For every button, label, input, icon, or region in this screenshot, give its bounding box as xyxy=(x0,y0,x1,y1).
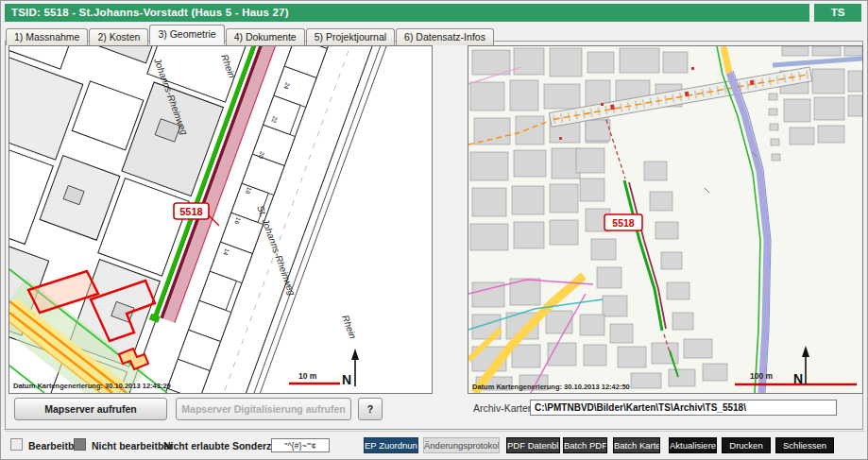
batch-karte-button[interactable]: Batch Karte xyxy=(613,437,660,453)
tab-projektjournal[interactable]: 5) Projektjournal xyxy=(306,28,395,45)
app-window: TSID: 5518 - St.Johanns-Vorstadt (Haus 5… xyxy=(0,0,868,460)
legend-not-editable-label: Nicht bearbeitbar xyxy=(92,440,173,451)
svg-text:N: N xyxy=(342,372,351,387)
feature-id-label: 5518 xyxy=(604,214,642,230)
archive-path-input[interactable] xyxy=(530,400,837,416)
aenderungsprotokoll-button[interactable]: Änderungsprotokoll xyxy=(423,437,500,453)
tab-strip: 1) Massnahme2) Kosten3) Geometrie4) Doku… xyxy=(6,25,495,42)
tab-geometrie[interactable]: 3) Geometrie xyxy=(149,25,224,44)
left-map: 24 22 20 18 16 14 xyxy=(9,45,433,394)
map-date-caption: Datum Kartengenerierung: 30.10.2013 12:4… xyxy=(13,382,171,390)
tab-dokumente[interactable]: 4) Dokumente xyxy=(226,28,305,45)
tab-datensatz-infos[interactable]: 6) Datensatz-Infos xyxy=(396,28,494,45)
svg-text:5518: 5518 xyxy=(179,206,202,217)
ep-zuordnung-button[interactable]: EP Zuordnung xyxy=(364,437,418,453)
title-bar: TSID: 5518 - St.Johanns-Vorstadt (Haus 5… xyxy=(5,4,809,22)
batch-pdf-button[interactable]: Batch PDF xyxy=(563,437,607,453)
archive-karten-label: Archiv-Karten: xyxy=(473,402,536,414)
ts-badge: TS xyxy=(814,4,861,22)
legend-not-editable-swatch xyxy=(74,438,86,451)
help-button[interactable]: ? xyxy=(358,398,383,420)
svg-text:10 m: 10 m xyxy=(298,371,317,381)
window-title: TSID: 5518 - St.Johanns-Vorstadt (Haus 5… xyxy=(11,7,289,18)
map-date-caption: Datum Kartengenerierung: 30.10.2013 12:4… xyxy=(472,383,630,391)
feature-id-label: 5518 xyxy=(174,203,209,219)
pdf-datenblatt-button[interactable]: PDF Datenblatt xyxy=(506,437,560,453)
legend-editable-swatch xyxy=(10,438,23,451)
svg-text:5518: 5518 xyxy=(612,217,635,229)
svg-text:N: N xyxy=(793,371,803,386)
mapserver-button[interactable]: Mapserver aufrufen xyxy=(14,398,167,420)
tab-massnahme[interactable]: 1) Massnahme xyxy=(6,28,88,45)
left-map-canvas: 24 22 20 18 16 14 xyxy=(9,46,432,393)
svg-text:100 m: 100 m xyxy=(750,371,774,381)
content-panel: 24 22 20 18 16 14 xyxy=(5,41,863,430)
right-map: 5518 100 m N Datum Kartengenerierung: 30… xyxy=(468,45,863,394)
tab-kosten[interactable]: 2) Kosten xyxy=(89,28,148,45)
mapserver-digitalisierung-button[interactable]: Mapserver Digitalisierung aufrufen xyxy=(176,398,351,420)
drucken-button[interactable]: Drucken xyxy=(722,437,771,453)
schliessen-button[interactable]: Schliessen xyxy=(775,437,834,453)
aktualisieren-button[interactable]: Aktualisieren xyxy=(669,437,717,453)
right-map-canvas: 5518 100 m N Datum Kartengenerierung: 30… xyxy=(468,46,862,393)
status-bar: Bearbeitbar Nicht bearbeitbar Nicht erla… xyxy=(5,431,865,458)
special-chars-input[interactable] xyxy=(271,438,330,452)
